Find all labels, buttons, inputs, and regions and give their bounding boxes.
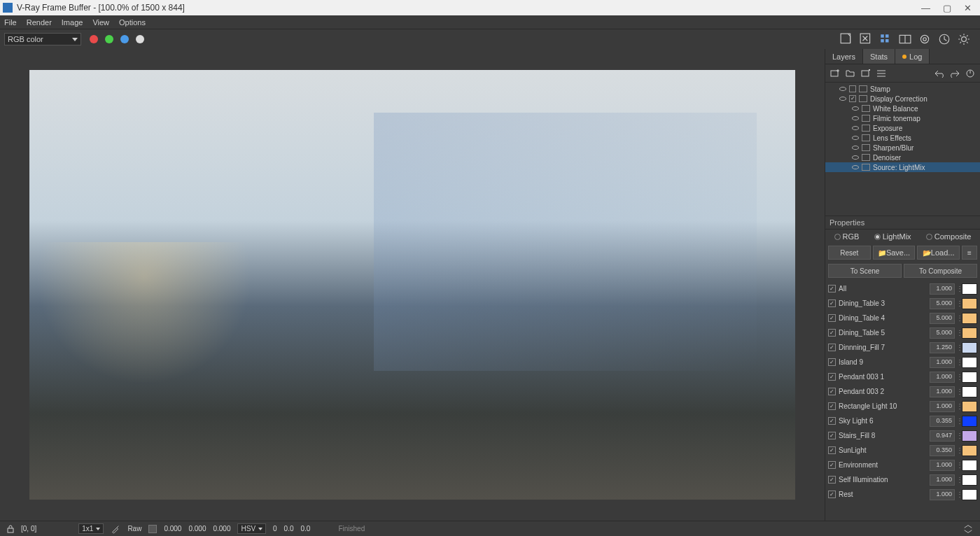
layer-sub-item[interactable]: Source: LightMix — [825, 162, 980, 172]
viewport[interactable] — [0, 49, 825, 521]
visibility-icon[interactable] — [839, 87, 846, 91]
tab-stats[interactable]: Stats — [863, 49, 895, 64]
light-name[interactable]: Sky Light 6 — [837, 417, 928, 425]
light-enable-checkbox[interactable] — [828, 314, 836, 322]
visibility-icon[interactable] — [852, 116, 859, 120]
light-enable-checkbox[interactable] — [828, 417, 836, 425]
mono-channel-dot[interactable] — [136, 35, 144, 43]
light-multiplier-input[interactable]: 5.000 — [930, 313, 955, 324]
light-name[interactable]: Rest — [837, 491, 928, 498]
red-channel-dot[interactable] — [90, 35, 98, 43]
light-enable-checkbox[interactable] — [828, 344, 836, 351]
light-options-icon[interactable]: ⋮ — [956, 446, 960, 454]
blue-channel-dot[interactable] — [120, 35, 129, 43]
tab-log[interactable]: Log — [895, 49, 930, 64]
add-layer-icon[interactable] — [830, 68, 841, 79]
menu-render[interactable]: Render — [27, 18, 52, 27]
colorspace-select[interactable]: HSV — [237, 523, 266, 534]
layer-menu-icon[interactable] — [876, 68, 887, 79]
light-color-swatch[interactable] — [962, 460, 977, 471]
to-scene-button[interactable]: To Scene — [828, 264, 902, 278]
light-options-icon[interactable]: ⋮ — [956, 358, 960, 366]
radio-lightmix[interactable]: LightMix — [874, 232, 911, 241]
menu-options[interactable]: Options — [119, 18, 146, 27]
light-options-icon[interactable]: ⋮ — [956, 432, 960, 439]
minimize-button[interactable]: — — [921, 3, 930, 13]
light-name[interactable]: Dinnning_Fill 7 — [837, 344, 928, 351]
visibility-icon[interactable] — [852, 146, 859, 150]
layer-sub-item[interactable]: Denoiser — [825, 153, 980, 162]
light-multiplier-input[interactable]: 1.250 — [930, 342, 955, 353]
save-image-icon[interactable] — [840, 33, 853, 45]
expand-icon[interactable] — [963, 524, 973, 534]
add-folder-icon[interactable] — [845, 68, 856, 79]
menu-image[interactable]: Image — [62, 18, 83, 27]
light-multiplier-input[interactable]: 1.000 — [930, 401, 955, 412]
light-color-swatch[interactable] — [962, 401, 977, 412]
reset-button[interactable]: Reset — [828, 246, 871, 260]
light-name[interactable]: All — [837, 285, 928, 292]
maximize-button[interactable]: ▢ — [943, 3, 951, 13]
light-name[interactable]: Rectangle Light 10 — [837, 402, 928, 410]
light-color-swatch[interactable] — [962, 313, 977, 324]
green-channel-dot[interactable] — [105, 35, 113, 43]
light-options-icon[interactable]: ⋮ — [956, 373, 960, 381]
radio-composite[interactable]: Composite — [926, 232, 972, 241]
layer-sub-item[interactable]: White Balance — [825, 104, 980, 113]
menu-view[interactable]: View — [92, 18, 109, 27]
light-multiplier-input[interactable]: 0.350 — [930, 445, 955, 456]
light-options-icon[interactable]: ⋮ — [956, 402, 960, 410]
light-color-swatch[interactable] — [962, 386, 977, 397]
light-multiplier-input[interactable]: 1.000 — [930, 460, 955, 471]
to-composite-button[interactable]: To Composite — [904, 264, 977, 278]
visibility-icon[interactable] — [852, 126, 859, 130]
layer-stamp[interactable]: Stamp — [825, 84, 980, 94]
light-name[interactable]: Self Illumination — [837, 476, 928, 484]
light-options-icon[interactable]: ⋮ — [956, 417, 960, 425]
light-name[interactable]: Stairs_Fill 8 — [837, 432, 928, 439]
radio-rgb[interactable]: RGB — [834, 232, 860, 241]
light-multiplier-input[interactable]: 1.000 — [930, 489, 955, 500]
light-multiplier-input[interactable]: 1.000 — [930, 283, 955, 295]
settings-icon[interactable] — [958, 33, 970, 45]
clear-image-icon[interactable] — [860, 33, 872, 45]
light-multiplier-input[interactable]: 1.000 — [930, 386, 955, 397]
light-options-icon[interactable]: ⋮ — [956, 329, 960, 337]
light-name[interactable]: Island 9 — [837, 358, 928, 366]
light-enable-checkbox[interactable] — [828, 476, 836, 484]
light-color-swatch[interactable] — [962, 342, 977, 353]
light-color-swatch[interactable] — [962, 416, 977, 427]
light-enable-checkbox[interactable] — [828, 491, 836, 498]
enable-checkbox[interactable] — [849, 85, 856, 92]
light-multiplier-input[interactable]: 5.000 — [930, 298, 955, 309]
compare-icon[interactable] — [899, 33, 911, 45]
layer-sub-item[interactable]: Exposure — [825, 123, 980, 133]
light-name[interactable]: Pendant 003 2 — [837, 388, 928, 395]
light-color-swatch[interactable] — [962, 283, 977, 295]
zoom-select[interactable]: 1x1 — [78, 523, 104, 534]
light-multiplier-input[interactable]: 0.355 — [930, 416, 955, 427]
revert-icon[interactable] — [965, 68, 976, 79]
light-options-icon[interactable]: ⋮ — [956, 285, 960, 292]
light-color-swatch[interactable] — [962, 430, 977, 442]
light-name[interactable]: Dining_Table 3 — [837, 299, 928, 307]
region-render-icon[interactable] — [879, 33, 892, 45]
save-button[interactable]: 📁Save... — [873, 246, 916, 260]
visibility-icon[interactable] — [852, 155, 859, 160]
light-color-swatch[interactable] — [962, 357, 977, 368]
light-multiplier-input[interactable]: 1.000 — [930, 357, 955, 368]
delete-layer-icon[interactable] — [860, 68, 872, 79]
menu-file[interactable]: File — [4, 18, 17, 27]
layer-sub-item[interactable]: Filmic tonemap — [825, 113, 980, 123]
visibility-icon[interactable] — [852, 136, 859, 140]
layer-sub-item[interactable]: Sharpen/Blur — [825, 143, 980, 153]
history-icon[interactable] — [938, 33, 951, 45]
eyedropper-icon[interactable] — [111, 524, 120, 534]
tab-layers[interactable]: Layers — [825, 49, 863, 64]
light-name[interactable]: Dining_Table 5 — [837, 329, 928, 337]
light-enable-checkbox[interactable] — [828, 358, 836, 366]
light-name[interactable]: Pendant 003 1 — [837, 373, 928, 381]
channel-select[interactable]: RGB color — [4, 33, 81, 45]
light-enable-checkbox[interactable] — [828, 285, 836, 292]
light-name[interactable]: SunLight — [837, 446, 928, 454]
